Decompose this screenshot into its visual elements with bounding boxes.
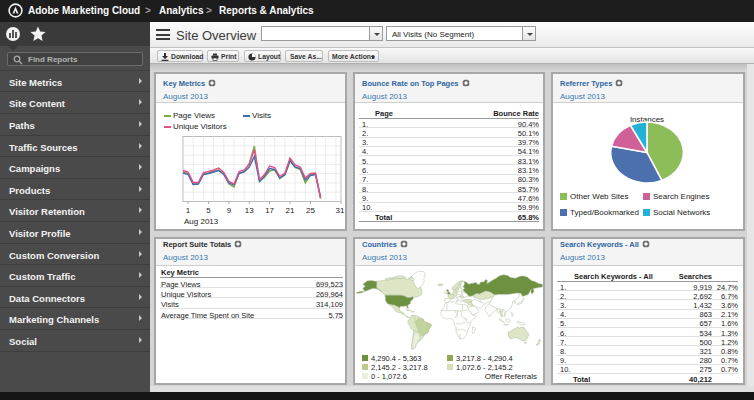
- svg-text:17: 17: [265, 206, 274, 215]
- svg-text:Aug 2013: Aug 2013: [184, 217, 219, 226]
- svg-text:13: 13: [245, 206, 254, 215]
- svg-text:31: 31: [336, 206, 345, 215]
- svg-text:1: 1: [186, 206, 191, 215]
- svg-text:25: 25: [306, 206, 315, 215]
- svg-text:9: 9: [227, 206, 232, 215]
- svg-text:5: 5: [206, 206, 211, 215]
- svg-text:21: 21: [286, 206, 295, 215]
